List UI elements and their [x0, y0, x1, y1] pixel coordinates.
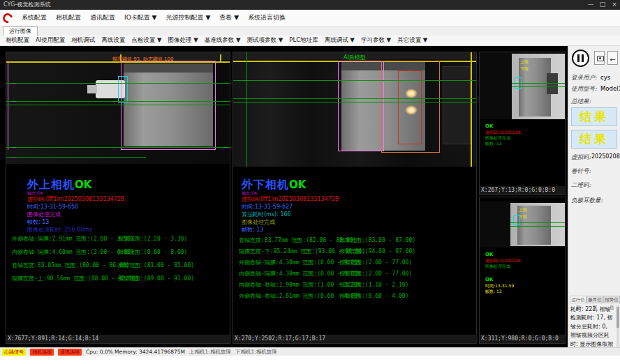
user-label: 登录用户:: [571, 74, 597, 82]
measure-row: 内侧卷轴-隔膜:4.60mm 范围:(3.00 - 6.00): [12, 248, 134, 256]
tool-baseline-params[interactable]: 基准线参数 ▼: [205, 36, 241, 45]
tool-offline-setting[interactable]: 离线设置: [101, 36, 125, 45]
back-arrow-icon: ←: [610, 56, 615, 63]
guide-line-vertical: [471, 52, 472, 167]
control-sidebar: ← 登录用户: cys 使用型号: Model1 总结果: 结果 结果 虚拟码:…: [568, 46, 620, 347]
menu-io-config[interactable]: IO卡配置 ▼: [124, 13, 157, 22]
alarm-range: 报警范围:(2.00 - 77.00): [339, 270, 412, 278]
menu-view[interactable]: 查看 ▼: [219, 13, 239, 22]
frame-line: 帧数: 13: [27, 218, 49, 226]
menu-comm-config[interactable]: 通讯配置: [90, 13, 115, 22]
close-icon[interactable]: ×: [609, 0, 620, 10]
overlay-lower-limit: 下限: [519, 214, 527, 220]
pixel-coord-bar: X:267;Y:13;R:0;G:0;B:0: [480, 186, 566, 195]
elapsed-line: 图像处理耗时: 256.00ms: [27, 226, 92, 234]
time-line: 时间:13-31-59-627: [242, 203, 293, 211]
camera-view-outer-lower[interactable]: AI后模型 外下相机OK 输出:OK 虚拟码:0ff1im20250308133…: [232, 52, 477, 344]
camera-image-outer-lower: AI后模型: [233, 52, 476, 167]
alarm-range: 报警范围:(94.00 - 97.00): [339, 248, 415, 255]
cpu-memory-status: Cpu: 0.0% Memory: 3424.41796875M: [86, 349, 185, 355]
tool-plc-address[interactable]: PLC地址库: [289, 36, 318, 45]
menu-bar: 系统配置 相机配置 通讯配置 IO卡配置 ▼ 光源控制配置 ▼ 查看 ▼ 系统语…: [0, 10, 620, 26]
tool-image-process[interactable]: 图像处理 ▼: [168, 36, 198, 45]
roi-pink-box: [338, 61, 384, 151]
total-result-label: 总结果:: [571, 98, 591, 106]
alarm-range: 报警范围:(83.00 - 87.00): [339, 236, 415, 244]
qr-code-label: 二维码:: [571, 181, 591, 190]
barcode-line: 虚拟码:0ff1im2025030813313472B: [27, 195, 124, 203]
info-tab-tab[interactable]: 极耳信息: [586, 296, 603, 303]
menu-system-config[interactable]: 系统配置: [22, 13, 47, 22]
result-badge-2: 结果: [571, 130, 617, 149]
tab-run-image[interactable]: 运行图像: [3, 26, 38, 36]
camera-view-small-bottom[interactable]: 上限 下限 OK 虚拟码:20250208 图像处理完成 OK 时间:13-31…: [479, 197, 566, 344]
app-window: CYG-视觉检测系统 — □ × 系统配置 相机配置 通讯配置 IO卡配置 ▼ …: [0, 0, 620, 364]
small-frame-line: 帧数: 13: [485, 141, 502, 147]
camera-name: 外下相机: [242, 178, 289, 191]
model-label: 使用型号:: [571, 85, 597, 93]
info-tab-alarm[interactable]: 报警信息: [603, 296, 620, 303]
tab-strip: 运行图像: [0, 26, 620, 36]
vcode-label: 虚拟码:: [571, 153, 591, 162]
measure-row: 外侧卷轴-隔膜:2.91mm 范围:(2.00 - 3.50): [12, 235, 134, 243]
tool-camera-config[interactable]: 相机配置: [6, 36, 29, 45]
process-line: 图像处理完成: [242, 218, 275, 226]
alarm-range: 报警范围:(81.00 - 85.00): [118, 261, 194, 269]
window-title: CYG-视觉检测系统: [3, 0, 50, 10]
tool-spotcheck-setting[interactable]: 点检设置 ▼: [131, 36, 161, 45]
pause-button[interactable]: [572, 50, 589, 67]
small-status-ok: OK: [485, 252, 493, 257]
camera-icon: [597, 56, 604, 61]
tool-other-settings[interactable]: 其它设置 ▼: [397, 36, 427, 45]
tool-test-params[interactable]: 测试项参数 ▼: [247, 36, 283, 45]
small-frame-line: 帧数: 13: [485, 289, 502, 295]
pixel-coord-bar: X:7677;Y:891;R:14;G:14;B:14: [6, 335, 231, 343]
roi-pink-box: [121, 61, 216, 150]
result-badge-1: 结果: [571, 107, 617, 126]
camera-image-small-bottom: 上限 下限: [480, 202, 565, 248]
vcode-value: 20250208: [591, 153, 620, 160]
back-button[interactable]: ←: [607, 51, 618, 65]
snapshot-button[interactable]: [594, 51, 605, 65]
camera-status-ok: OK: [289, 179, 306, 191]
maximize-icon[interactable]: □: [597, 0, 608, 10]
alarm-range: 报警范围:(0.00 - 8.00): [118, 248, 187, 256]
process-line: 图像处理完成: [27, 211, 61, 218]
status-bar: 心跳信号 相机连接 通讯连接 Cpu: 0.0% Memory: 3424.41…: [0, 347, 620, 356]
camera-view-outer-upper[interactable]: 膜高阈值:93, 动态阈值:100 外上相机OK 输出:OK 虚拟码:0ff1i…: [6, 52, 230, 344]
roi-red-box: [398, 70, 422, 144]
camera-status-ok: OK: [75, 179, 91, 191]
menu-light-config[interactable]: 光源控制配置 ▼: [166, 13, 211, 22]
alarm-range: 报警范围:(2.20 - 3.30): [118, 235, 187, 243]
scrollbar-thumb[interactable]: [617, 307, 619, 328]
neg-tab-count-label: 负极耳数量:: [571, 197, 603, 205]
camera-image-outer-upper: 膜高阈值:93, 动态阈值:100: [6, 52, 230, 164]
camera-bottom-fault-status: 下相机1:相机故障: [235, 349, 277, 356]
frame-line: 帧数: 13: [242, 226, 263, 234]
camera-name: 外上相机: [27, 178, 75, 191]
tool-camera-debug[interactable]: 相机调试: [71, 36, 95, 45]
camera-image-small-top: 上限 下限: [480, 52, 565, 119]
alarm-range: 报警范围:(89.00 - 91.00): [118, 275, 194, 282]
toolbar: 相机配置 AI使用配置 相机调试 离线设置 点检设置 ▼ 图像处理 ▼ 基准线参…: [0, 36, 620, 46]
measure-row: 卷轴宽度:83.05mm 范围:(80.00 - 86.00): [12, 261, 129, 269]
tool-offline-debug[interactable]: 离线调试 ▼: [325, 36, 355, 45]
small-status-ok: OK: [485, 123, 493, 129]
alarm-range: 报警范围:(2.00 - 77.00): [339, 259, 412, 266]
time-line: 时间:13-31-59-650: [27, 203, 78, 211]
pin-number-label: 卷针号:: [571, 167, 591, 176]
menu-language-switch[interactable]: 系统语言切换: [248, 13, 286, 22]
comm-link-badge: 通讯连接: [58, 349, 82, 356]
title-bar: CYG-视觉检测系统 — □ ×: [0, 0, 620, 10]
threshold-overlay-text: 膜高阈值:93, 动态阈值:100: [112, 56, 173, 63]
minimize-icon[interactable]: —: [585, 0, 596, 10]
menu-camera-config[interactable]: 相机配置: [56, 13, 81, 22]
camera-view-small-top[interactable]: 上限 下限 OK 虚拟码:20250208 图像处理完成 帧数: 13 X:26…: [479, 52, 566, 195]
algo-time-line: 算法耗时(ms): 166: [242, 211, 291, 218]
small-process-line: 图像处理完成: [485, 264, 510, 270]
info-tab-run[interactable]: 运行信息: [570, 296, 586, 303]
tool-learn-params[interactable]: 学习参数 ▼: [361, 36, 391, 45]
pause-icon: [577, 54, 580, 62]
pixel-coord-bar: X:270;Y:2502;R:17;G:17;B:17: [233, 335, 478, 343]
tool-ai-use-config[interactable]: AI使用配置: [36, 36, 65, 45]
